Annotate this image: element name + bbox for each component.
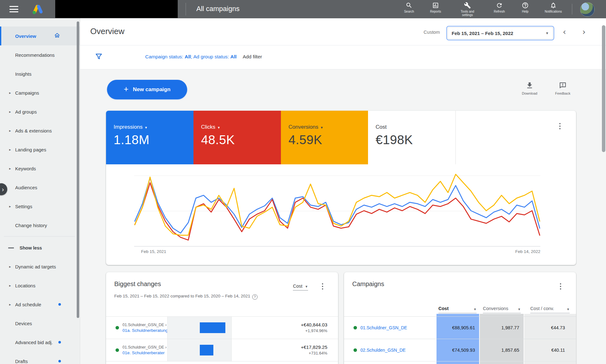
sidebar-item-insights[interactable]: Insights	[0, 64, 80, 83]
column-header-cost-per-conv[interactable]: Cost / conv.▼	[530, 306, 570, 313]
expand-caret-icon: ▸	[9, 302, 11, 307]
table-row: 01.Schuldner_GSN_DE €88,905.61 1,987.77 …	[344, 316, 576, 339]
sidebar-item-landing-pages[interactable]: ▸Landing pages	[0, 140, 80, 159]
active-filters-chip[interactable]: Campaign status: All; Ad group status: A…	[145, 54, 237, 60]
column-header-cost[interactable]: Cost▼	[438, 306, 477, 313]
sidebar-item-settings[interactable]: ▸Settings	[0, 197, 80, 216]
filter-icon	[95, 52, 103, 62]
change-amount: +€40,844.03	[301, 322, 327, 328]
navigation-sidebar: Overview Recommendations Insights ▸Campa…	[0, 18, 80, 364]
sidebar-item-keywords[interactable]: ▸Keywords	[0, 159, 80, 178]
conversions-value: 4.59K	[288, 133, 322, 147]
scorecard-conversions[interactable]: Conversions▼ 4.59K	[281, 111, 368, 164]
sidebar-item-devices[interactable]: Devices	[0, 314, 80, 333]
campaign-path: 01.Schuldner_GSN_DE ›	[122, 345, 167, 350]
card-title: Campaigns	[352, 280, 384, 288]
redacted-account-name	[55, 0, 178, 18]
trend-line-conversions	[135, 174, 540, 235]
chevron-down-icon: ▼	[145, 126, 148, 129]
notification-dot	[58, 341, 61, 343]
reports-button[interactable]: Reports	[421, 2, 450, 13]
date-range-value: Feb 15, 2021 – Feb 15, 2022	[452, 31, 513, 36]
new-campaign-button[interactable]: + New campaign	[107, 80, 187, 99]
scorecard-cost[interactable]: Cost €198K	[368, 111, 456, 164]
help-button[interactable]: Help	[511, 2, 540, 13]
cost-cell: €88,905.61	[436, 325, 479, 330]
date-range-picker[interactable]: Feb 15, 2021 – Feb 15, 2022 ▼	[448, 27, 553, 39]
sidebar-item-ad-schedule[interactable]: ▸Ad schedule	[0, 295, 80, 314]
menu-icon[interactable]	[9, 6, 18, 12]
notifications-button[interactable]: Notifications	[539, 2, 568, 13]
feedback-button[interactable]: Feedback	[549, 81, 577, 95]
conversions-cell: 1,857.65	[479, 348, 524, 353]
metric-selector[interactable]: Cost▼	[293, 284, 308, 291]
selected-indicator	[0, 26, 1, 45]
help-label: Help	[511, 10, 540, 13]
account-avatar[interactable]	[580, 2, 595, 17]
sidebar-item-overview[interactable]: Overview	[0, 26, 80, 45]
ad-group-link[interactable]: 01a. Schuldnerberatung	[122, 328, 168, 333]
expand-caret-icon: ▸	[9, 167, 11, 171]
expand-caret-icon: ▸	[9, 148, 11, 152]
overview-summary-card: Impressions▼ 1.18M Clicks▼ 48.5K Convers…	[106, 111, 576, 265]
status-dot	[116, 349, 119, 352]
status-dot	[354, 349, 357, 352]
page-scrollbar[interactable]	[602, 25, 605, 152]
expand-caret-icon: ▸	[9, 204, 11, 208]
cost-per-conv-cell: €44.73	[524, 325, 576, 330]
change-bar	[200, 345, 213, 355]
chevron-down-icon: ▼	[217, 126, 220, 129]
tools-button[interactable]: Tools and settings	[453, 2, 482, 17]
table-row: 01.Schuldner_GSN_DE › 01a. Schuldnerbera…	[106, 316, 338, 339]
expand-caret-icon: ▸	[9, 284, 11, 288]
previous-period-button[interactable]: ‹	[563, 27, 566, 37]
search-button[interactable]: Search	[395, 2, 424, 13]
sidebar-item-drafts[interactable]: Drafts	[0, 352, 80, 364]
status-dot	[116, 326, 119, 330]
minus-icon	[8, 248, 14, 249]
chevron-down-icon: ▼	[473, 308, 477, 311]
campaign-path: 01.Schuldner_GSN_DE ›	[122, 322, 168, 328]
ad-group-link[interactable]: 01e. Schuldnerberater	[122, 350, 167, 356]
page-context-title: All campaigns	[196, 5, 240, 13]
sidebar-item-ads-extensions[interactable]: ▸Ads & extensions	[0, 121, 80, 140]
scorecard-clicks[interactable]: Clicks▼ 48.5K	[193, 111, 281, 164]
reports-icon	[421, 2, 450, 9]
show-less-button[interactable]: Show less	[0, 238, 80, 257]
sidebar-item-advanced-bid-adj[interactable]: Advanced bid adj.	[0, 333, 80, 352]
sidebar-scrollbar[interactable]	[77, 21, 79, 318]
change-percent: +731.64%	[309, 350, 327, 356]
next-period-button[interactable]: ›	[582, 27, 585, 37]
sidebar-item-dynamic-ad-targets[interactable]: ▸Dynamic ad targets	[0, 257, 80, 276]
refresh-label: Refresh	[485, 10, 514, 13]
clicks-value: 48.5K	[201, 133, 235, 147]
biggest-changes-card: Biggest changes Cost▼ Feb 15, 2021 – Feb…	[106, 272, 338, 364]
sidebar-item-locations[interactable]: ▸Locations	[0, 276, 80, 295]
sidebar-item-recommendations[interactable]: Recommendations	[0, 45, 80, 64]
chevron-down-icon: ▼	[545, 31, 549, 35]
help-icon[interactable]: ?	[252, 294, 258, 300]
biggest-changes-table: 01.Schuldner_GSN_DE › 01a. Schuldnerbera…	[106, 316, 338, 364]
sidebar-item-change-history[interactable]: Change history	[0, 216, 80, 235]
refresh-button[interactable]: Refresh	[485, 2, 514, 13]
sidebar-divider	[4, 236, 75, 237]
expand-caret-icon: ▸	[9, 129, 11, 133]
card-menu-kebab-icon[interactable]	[320, 282, 325, 291]
chevron-down-icon: ▼	[305, 285, 308, 288]
download-icon	[515, 81, 544, 90]
column-header-conversions[interactable]: Conversions▼	[483, 306, 521, 313]
chevron-down-icon: ▼	[320, 126, 324, 129]
download-button[interactable]: Download	[515, 81, 544, 95]
table-row-partial	[106, 361, 338, 364]
expand-caret-icon: ▸	[9, 265, 11, 269]
sidebar-item-audiences[interactable]: Audiences	[0, 178, 80, 197]
card-menu-kebab-icon[interactable]	[557, 122, 563, 130]
campaign-link[interactable]: 01.Schuldner_GSN_DE	[360, 325, 407, 330]
campaign-link[interactable]: 02.Schulden_GSN_DE	[360, 348, 406, 353]
add-filter-button[interactable]: Add filter	[243, 54, 262, 60]
cost-value: €198K	[376, 133, 413, 147]
scorecard-impressions[interactable]: Impressions▼ 1.18M	[106, 111, 193, 164]
sidebar-item-campaigns[interactable]: ▸Campaigns	[0, 83, 80, 102]
sidebar-item-ad-groups[interactable]: ▸Ad groups	[0, 102, 80, 121]
card-menu-kebab-icon[interactable]	[558, 282, 563, 291]
